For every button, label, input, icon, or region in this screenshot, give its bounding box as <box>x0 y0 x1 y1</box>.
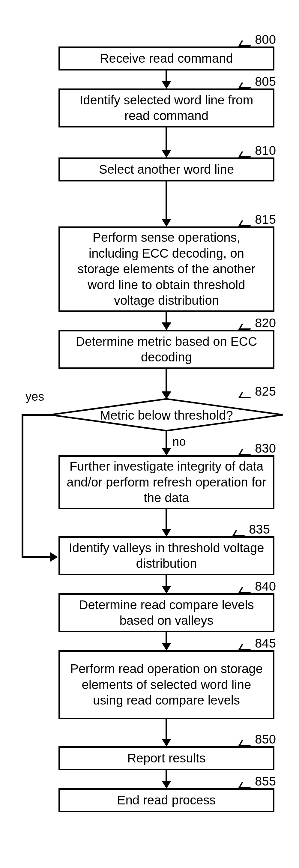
tick-805 <box>238 83 254 89</box>
node-820-text: Determine metric based on ECC decoding <box>66 334 267 365</box>
arrowhead-800-805 <box>162 81 171 89</box>
node-835: Identify valleys in threshold voltage di… <box>58 536 274 575</box>
arrow-800-805 <box>166 70 167 83</box>
arrowhead-830-835 <box>162 529 171 536</box>
label-855: 855 <box>255 774 276 788</box>
tick-830 <box>238 449 254 455</box>
arrow-830-835 <box>166 509 167 530</box>
branch-no: no <box>173 435 186 448</box>
arrowhead-835-840 <box>162 586 171 594</box>
arrow-825-830 <box>166 431 167 449</box>
arrowhead-810-815 <box>162 219 171 227</box>
arrow-850-855 <box>166 770 167 782</box>
tick-840 <box>238 587 254 593</box>
node-835-text: Identify valleys in threshold voltage di… <box>66 540 267 572</box>
node-800-text: Receive read command <box>100 51 233 67</box>
label-850: 850 <box>255 732 276 747</box>
tick-800 <box>238 40 254 46</box>
node-810: Select another word line <box>58 157 274 182</box>
arrow-805-810 <box>166 127 167 152</box>
node-850: Report results <box>58 746 274 770</box>
arrow-840-845 <box>166 632 167 644</box>
node-825: Metric below threshold? <box>50 398 283 431</box>
tick-835 <box>232 530 248 536</box>
label-840: 840 <box>255 579 276 594</box>
node-830: Further investigate integrity of data an… <box>58 455 274 509</box>
node-805: Identify selected word line from read co… <box>58 89 274 127</box>
label-845: 845 <box>255 636 276 651</box>
node-815: Perform sense operations, including ECC … <box>58 226 274 312</box>
node-815-text: Perform sense operations, including ECC … <box>66 230 267 309</box>
node-805-text: Identify selected word line from read co… <box>66 92 267 124</box>
node-825-text: Metric below threshold? <box>50 408 283 423</box>
arrowhead-805-810 <box>162 150 171 158</box>
node-840: Determine read compare levels based on v… <box>58 593 274 632</box>
label-805: 805 <box>255 74 276 89</box>
arrowhead-850-855 <box>162 781 171 788</box>
arrow-825-yes-h2 <box>22 556 52 558</box>
tick-855 <box>238 782 254 788</box>
node-845-text: Perform read operation on storage elemen… <box>66 661 267 708</box>
tick-820 <box>238 324 254 330</box>
arrowhead-825-830 <box>162 448 171 456</box>
tick-850 <box>238 740 254 746</box>
label-810: 810 <box>255 143 276 158</box>
tick-815 <box>238 220 254 226</box>
node-855-text: End read process <box>117 793 216 808</box>
node-820: Determine metric based on ECC decoding <box>58 330 274 369</box>
arrow-835-840 <box>166 575 167 587</box>
arrowhead-825-yes <box>50 552 58 562</box>
tick-845 <box>238 644 254 650</box>
node-845: Perform read operation on storage elemen… <box>58 650 274 719</box>
flowchart-container: 800 Receive read command 805 Identify se… <box>0 0 299 868</box>
node-840-text: Determine read compare levels based on v… <box>66 597 267 629</box>
node-810-text: Select another word line <box>99 162 234 178</box>
tick-825 <box>238 392 254 398</box>
arrowhead-815-820 <box>162 322 171 330</box>
arrow-825-yes-h <box>22 414 52 416</box>
node-855: End read process <box>58 788 274 812</box>
branch-yes: yes <box>26 390 44 403</box>
label-820: 820 <box>255 316 276 330</box>
arrow-820-825 <box>166 369 167 393</box>
node-830-text: Further investigate integrity of data an… <box>66 459 267 506</box>
node-800: Receive read command <box>58 46 274 70</box>
label-830: 830 <box>255 441 276 456</box>
label-825: 825 <box>255 384 276 399</box>
label-835: 835 <box>249 522 270 536</box>
arrowhead-840-845 <box>162 643 171 651</box>
label-815: 815 <box>255 212 276 227</box>
tick-810 <box>238 152 254 157</box>
node-850-text: Report results <box>127 750 205 766</box>
arrow-815-820 <box>166 312 167 324</box>
arrow-825-yes-v <box>22 414 23 558</box>
arrowhead-845-850 <box>162 739 171 747</box>
arrow-810-815 <box>166 182 167 220</box>
arrow-845-850 <box>166 719 167 740</box>
label-800: 800 <box>255 32 276 47</box>
